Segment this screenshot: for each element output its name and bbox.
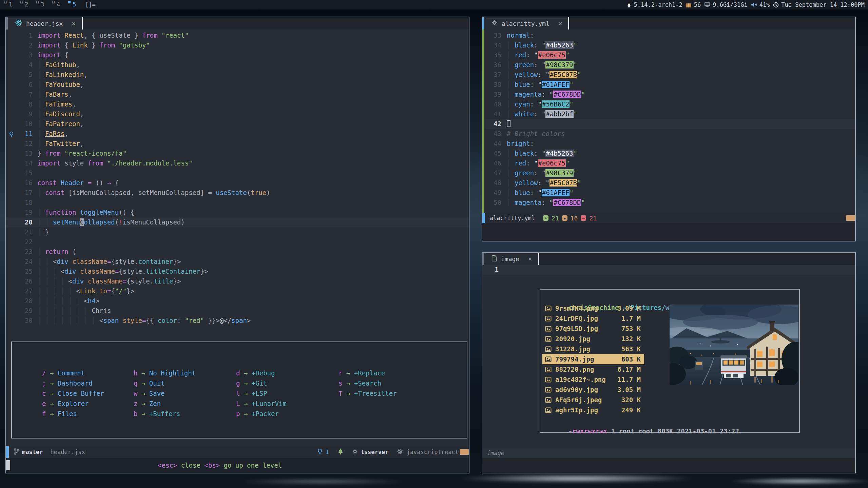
code-line-44[interactable]: 44bright: (485, 139, 855, 149)
whichkey-item-L[interactable]: L → +LunarVim (236, 398, 287, 409)
diff-changed-count: 16 (571, 215, 578, 222)
code-line-7[interactable]: 7│ FaBars, (6, 90, 469, 99)
tab-close-button[interactable]: × (528, 255, 532, 262)
code-line-39[interactable]: 39│ magenta: "#C678DD" (485, 90, 855, 99)
file-row-20920.jpg[interactable]: 20920.jpg132 K (542, 334, 644, 344)
code-line-13[interactable]: 13} from "react-icons/fa" (6, 149, 469, 158)
scroll-indicator[interactable] (460, 449, 469, 455)
whichkey-item-g[interactable]: g → +Git (236, 378, 287, 388)
code-line-11[interactable]: 11│ FaRss, (6, 129, 469, 139)
code-line-48[interactable]: 48│ yellow: "#E5C07B" (485, 178, 855, 188)
code-line-12[interactable]: 12│ FaTwitter, (6, 139, 469, 149)
whichkey-item-/[interactable]: / → Comment (42, 368, 104, 378)
code-line-30[interactable]: 30│ │ │ │ │ │ │ │ <span style={{ color: … (6, 316, 469, 326)
code-line-47[interactable]: 47│ green: "#98C379" (485, 168, 855, 178)
line-number: 42 (485, 119, 507, 129)
code-line-40[interactable]: 40│ cyan: "#56B6C2" (485, 99, 855, 109)
file-row-31228.jpg[interactable]: 31228.jpg563 K (542, 344, 644, 354)
code-line-45[interactable]: 45│ black: "#4b5263" (485, 149, 855, 158)
code-line-3[interactable]: 3import { (6, 50, 469, 60)
code-line-18[interactable]: 18 (6, 198, 469, 208)
code-line-33[interactable]: 33normal: (485, 31, 855, 40)
layout-indicator[interactable]: []= (85, 1, 96, 8)
code-line-42[interactable]: 42 (485, 119, 855, 129)
buffer-line-1[interactable]: 1 (482, 265, 855, 275)
tab-close-button[interactable]: × (558, 20, 562, 27)
code-line-9[interactable]: 9│ FaDiscord, (6, 109, 469, 119)
whichkey-item-c[interactable]: c → Close Buffer (42, 388, 104, 398)
tab-header-jsx[interactable]: header.jsx × (8, 17, 82, 30)
code-line-6[interactable]: 6│ FaYoutube, (6, 80, 469, 90)
workspace-button-3[interactable]: 3 (34, 0, 50, 9)
code-line-27[interactable]: 27│ │ │ │ │ <Link to={"/"}> (6, 286, 469, 296)
file-row-799794.jpg[interactable]: 799794.jpg803 K (542, 354, 644, 364)
tab-close-button[interactable]: × (72, 20, 75, 27)
code-line-10[interactable]: 10│ FaPatreon, (6, 119, 469, 129)
line-number: 38 (485, 80, 507, 90)
image-file-icon (545, 305, 552, 312)
file-row-ad6v90y.jpg[interactable]: ad6v90y.jpg3.05 M (542, 385, 644, 395)
whichkey-item-T[interactable]: T → +Treesitter (339, 388, 397, 398)
whichkey-item-r[interactable]: r → +Replace (339, 368, 397, 378)
workspace-button-1[interactable]: 1 (2, 0, 18, 9)
code-line-15[interactable]: 15 (6, 168, 469, 178)
whichkey-item-;[interactable]: ; → Dashboard (42, 378, 104, 388)
code-line-16[interactable]: 16const Header = () ⇒ { (6, 178, 469, 188)
code-line-34[interactable]: 34│ black: "#4b5263" (485, 40, 855, 50)
tab-image[interactable]: image × (484, 253, 538, 265)
file-row-9rsmTK4.png[interactable]: 9rsmTK4.png3.09 M (542, 303, 644, 313)
file-row-97q9L5D.jpg[interactable]: 97q9L5D.jpg753 K (542, 324, 644, 334)
code-line-8[interactable]: 8│ FaTimes, (6, 99, 469, 109)
code-line-41[interactable]: 41│ white: "#abb2bf" (485, 109, 855, 119)
file-row-24LrDFQ.jpg[interactable]: 24LrDFQ.jpg1.7 M (542, 313, 644, 324)
editor-window: header.jsx × 1import React, { useState }… (5, 17, 469, 473)
whichkey-item-w[interactable]: w → Save (134, 388, 196, 398)
whichkey-item-z[interactable]: z → Zen (134, 398, 196, 409)
code-line-4[interactable]: 4│ FaGithub, (6, 60, 469, 70)
code-line-19[interactable]: 19│ function toggleMenu() { (6, 208, 469, 217)
file-row-882720.png[interactable]: 882720.png6.17 M (542, 364, 644, 374)
code-line-50[interactable]: 50│ magenta: "#C678DD" (485, 198, 855, 208)
file-row-a19c482f~.png[interactable]: a19c482f~.png11.7 M (542, 374, 644, 385)
file-row-aghr5Ip.jpg[interactable]: aghr5Ip.jpg249 K (542, 405, 644, 415)
whichkey-item-d[interactable]: d → +Debug (236, 368, 287, 378)
code-line-43[interactable]: 43# Bright colors (485, 129, 855, 139)
code-line-5[interactable]: 5│ FaLinkedin, (6, 70, 469, 80)
whichkey-item-s[interactable]: s → +Search (339, 378, 397, 388)
code-line-35[interactable]: 35│ red: "#e06c75" (485, 50, 855, 60)
code-line-2[interactable]: 2import { Link } from "gatsby" (6, 40, 469, 50)
code-line-23[interactable]: 23│ return ( (6, 247, 469, 257)
code-line-46[interactable]: 46│ red: "#e06c75" (485, 158, 855, 168)
code-line-49[interactable]: 49│ blue: "#61AFEF" (485, 188, 855, 198)
code-line-14[interactable]: 14import style from "./header.module.les… (6, 158, 469, 168)
whichkey-item-b[interactable]: b → +Buffers (134, 409, 196, 419)
code-line-17[interactable]: 17│ const [isMenuCollapsed, setMenuColla… (6, 188, 469, 198)
workspace-button-4[interactable]: 4 (50, 0, 66, 9)
whichkey-item-h[interactable]: h → No Highlight (134, 368, 196, 378)
code-line-20[interactable]: 20│ │ setMenuCollapsed(!isMenuCollapsed) (6, 217, 469, 227)
whichkey-item-q[interactable]: q → Quit (134, 378, 196, 388)
file-row-AFq5r6j.jpeg[interactable]: AFq5r6j.jpeg320 K (542, 395, 644, 405)
tab-alacritty-yml[interactable]: alacritty.yml × (484, 17, 568, 30)
yaml-tabbar: alacritty.yml × (482, 17, 855, 30)
code-line-24[interactable]: 24│ │ <div className={style.container}> (6, 257, 469, 267)
whichkey-item-e[interactable]: e → Explorer (42, 398, 104, 409)
code-line-28[interactable]: 28│ │ │ │ │ │ <h4> (6, 296, 469, 306)
code-line-21[interactable]: 21│ } (6, 227, 469, 237)
code-line-37[interactable]: 37│ yellow: "#E5C07B" (485, 70, 855, 80)
workspace-button-5[interactable]: 5 (66, 0, 82, 9)
code-line-36[interactable]: 36│ green: "#98C379" (485, 60, 855, 70)
code-line-26[interactable]: 26│ │ │ │ <div className={style.title}> (6, 276, 469, 286)
code-line-22[interactable]: 22 (6, 237, 469, 247)
whichkey-item-l[interactable]: l → +LSP (236, 388, 287, 398)
terminal-prompt: chris@machine ~/Pictures/wallpapers/7997… (545, 292, 747, 302)
code-line-29[interactable]: 29│ │ │ │ │ │ │ Chris (6, 306, 469, 316)
code-line-25[interactable]: 25│ │ │ <div className={style.titleConta… (6, 267, 469, 276)
whichkey-item-p[interactable]: p → +Packer (236, 409, 287, 419)
statusline-filename: image (487, 450, 504, 456)
scroll-indicator[interactable] (846, 215, 855, 221)
workspace-button-2[interactable]: 2 (18, 0, 34, 9)
code-line-38[interactable]: 38│ blue: "#61AFEF" (485, 80, 855, 90)
whichkey-item-f[interactable]: f → Files (42, 409, 104, 419)
code-line-1[interactable]: 1import React, { useState } from "react" (6, 31, 469, 40)
